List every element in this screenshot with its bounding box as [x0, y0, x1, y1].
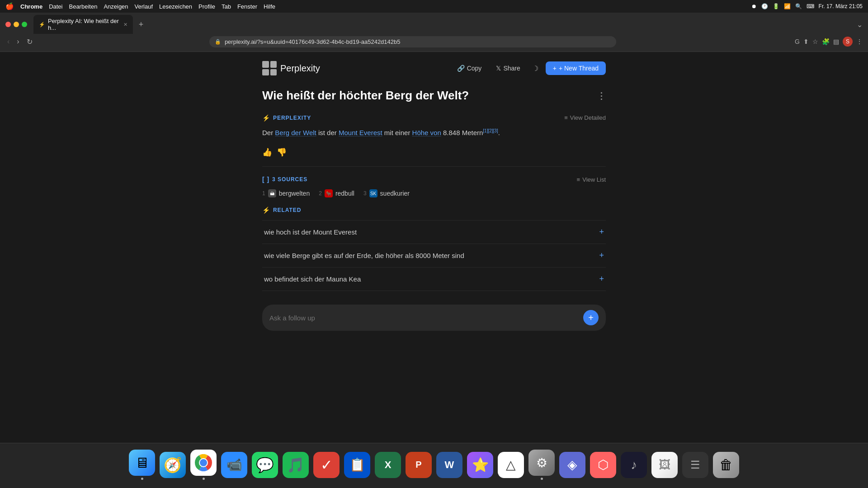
minimize-button[interactable]: [14, 22, 19, 27]
related-plus-1: +: [599, 227, 604, 237]
perplexity-logo[interactable]: Perplexity: [262, 61, 320, 75]
ask-followup-bar: +: [262, 305, 606, 331]
menubar-bearbeiten[interactable]: Bearbeiten: [69, 3, 97, 10]
more-options-icon[interactable]: ⋮: [856, 38, 863, 45]
close-button[interactable]: [5, 22, 11, 27]
dock-item-raycast[interactable]: ⬡: [590, 452, 616, 478]
sources-label: [ ] 3 SOURCES: [262, 176, 307, 183]
ask-submit-button[interactable]: +: [583, 310, 599, 325]
sources-list: 1 🏔 bergwelten 2 🐂 redbull 3 SK suedkuri…: [262, 189, 606, 197]
menubar-hilfe[interactable]: Hilfe: [264, 3, 275, 10]
google-icon[interactable]: G: [795, 38, 800, 45]
svg-point-2: [200, 459, 207, 466]
share-page-icon[interactable]: ⬆: [803, 38, 809, 45]
dock-item-todoist[interactable]: ✓: [313, 452, 340, 478]
dock-icon-chrome: [190, 450, 217, 476]
extension-icon[interactable]: 🧩: [822, 38, 830, 45]
dock-item-safari[interactable]: 🧭: [160, 452, 186, 478]
logo-cell-3: [262, 69, 269, 76]
view-detailed-button[interactable]: ≡ View Detailed: [564, 114, 606, 121]
source-name-1: bergwelten: [279, 190, 310, 197]
dock-item-whatsapp[interactable]: 💬: [252, 452, 278, 478]
dock-item-chrome[interactable]: [190, 450, 217, 480]
address-bar[interactable]: 🔒 perplexity.ai/?s=u&uuid=40176c49-3d62-…: [209, 36, 616, 47]
dock-icon-settings: ⚙: [528, 450, 555, 476]
dock-item-settings[interactable]: ⚙: [528, 450, 555, 480]
dock-item-word[interactable]: W: [436, 452, 462, 478]
view-list-button[interactable]: ≡ View List: [577, 176, 606, 183]
logo-text: Perplexity: [280, 63, 320, 74]
bookmark-icon[interactable]: ☆: [812, 38, 818, 45]
source-item-1[interactable]: 1 🏔 bergwelten: [262, 189, 310, 197]
apple-icon[interactable]: 🍎: [5, 2, 14, 10]
feedback-row: 👍 👎: [262, 147, 606, 167]
dark-mode-toggle[interactable]: ☽: [530, 62, 540, 75]
menubar-app-name[interactable]: Chrome: [20, 3, 42, 10]
source-num-1: 1: [262, 190, 265, 197]
tab-bar-collapse[interactable]: ⌄: [857, 20, 863, 29]
menubar-fenster[interactable]: Fenster: [237, 3, 257, 10]
source-name-3: suedkurier: [380, 190, 410, 197]
browser-tab-active[interactable]: ⚡ Perplexity AI: Wie heißt der h... ✕: [33, 15, 133, 34]
menubar-lesezeichen[interactable]: Lesezeichen: [159, 3, 192, 10]
dock-icon-music: ♪: [621, 452, 647, 478]
link-mount-everest[interactable]: Mount Everest: [339, 129, 382, 136]
logo-cell-1: [262, 61, 269, 68]
new-thread-button[interactable]: + + New Thread: [546, 61, 606, 75]
dock-item-music[interactable]: ♪: [621, 452, 647, 478]
thumbs-up-button[interactable]: 👍: [262, 147, 272, 157]
dock-item-excel[interactable]: X: [375, 452, 401, 478]
related-arrow-icon: ⚡: [262, 206, 270, 214]
dock-icon-preview: 🖼: [651, 452, 678, 478]
related-item-3[interactable]: wo befindet sich der Mauna Kea +: [262, 267, 606, 291]
forward-button[interactable]: ›: [15, 37, 21, 47]
related-item-1[interactable]: wie hoch ist der Mount Everest +: [262, 220, 606, 244]
menubar-profile[interactable]: Profile: [198, 3, 215, 10]
sources-label-text: 3 SOURCES: [272, 176, 307, 183]
clock-icon: 🕐: [761, 3, 768, 9]
menubar-left: 🍎 Chrome Datei Bearbeiten Anzeigen Verla…: [5, 2, 275, 10]
menubar-tab[interactable]: Tab: [222, 3, 231, 10]
menubar-verlauf[interactable]: Verlauf: [135, 3, 153, 10]
profile-avatar[interactable]: S: [843, 37, 853, 47]
sidebar-icon[interactable]: ▤: [833, 38, 839, 45]
back-button[interactable]: ‹: [5, 37, 11, 47]
dock-item-bartender[interactable]: ☰: [682, 452, 708, 478]
question-title: Wie heißt der höchter Berg der Welt? ⋮: [262, 88, 606, 103]
source-favicon-2: 🐂: [325, 189, 333, 197]
dock-item-ppt[interactable]: P: [406, 452, 432, 478]
dock-item-trello[interactable]: 📋: [344, 452, 370, 478]
answer-section: ⚡ PERPLEXITY ≡ View Detailed Der Berg de…: [262, 114, 606, 167]
source-item-2[interactable]: 2 🐂 redbull: [319, 189, 354, 197]
citation: [1][2][3]: [483, 128, 498, 133]
link-hoehe-von[interactable]: Höhe von: [412, 129, 441, 136]
share-label: Share: [503, 65, 520, 72]
related-item-2[interactable]: wie viele Berge gibt es auf der Erde, di…: [262, 244, 606, 267]
source-item-3[interactable]: 3 SK suedkurier: [363, 189, 410, 197]
dock-item-linear[interactable]: ◈: [559, 452, 585, 478]
link-berg-der-welt[interactable]: Berg der Welt: [275, 129, 316, 136]
dock-icon-trash: 🗑: [713, 452, 739, 478]
ask-followup-input[interactable]: [269, 314, 579, 322]
menubar-anzeigen[interactable]: Anzeigen: [104, 3, 128, 10]
search-menu-icon[interactable]: 🔍: [795, 3, 802, 9]
menubar-datei[interactable]: Datei: [49, 3, 62, 10]
copy-button[interactable]: 🔗 Copy: [453, 62, 486, 75]
dock-item-spotify[interactable]: 🎵: [283, 452, 309, 478]
new-tab-button[interactable]: +: [135, 18, 147, 31]
dock-icon-whatsapp: 💬: [252, 452, 278, 478]
tab-close-button[interactable]: ✕: [123, 22, 127, 28]
thumbs-down-button[interactable]: 👎: [277, 147, 287, 157]
reload-button[interactable]: ↻: [25, 37, 34, 47]
dock-item-drive[interactable]: △: [498, 452, 524, 478]
dock-item-star[interactable]: ⭐: [467, 452, 493, 478]
fullscreen-button[interactable]: [22, 22, 27, 27]
share-button[interactable]: 𝕏 Share: [491, 62, 524, 75]
dock-item-zoom[interactable]: 📹: [221, 452, 247, 478]
dock-item-trash[interactable]: 🗑: [713, 452, 739, 478]
related-text-1: wie hoch ist der Mount Everest: [264, 228, 357, 236]
dock-item-preview[interactable]: 🖼: [651, 452, 678, 478]
more-options-button[interactable]: ⋮: [597, 90, 606, 102]
dock-item-finder[interactable]: 🖥: [129, 450, 155, 480]
dock-icon-raycast: ⬡: [590, 452, 616, 478]
